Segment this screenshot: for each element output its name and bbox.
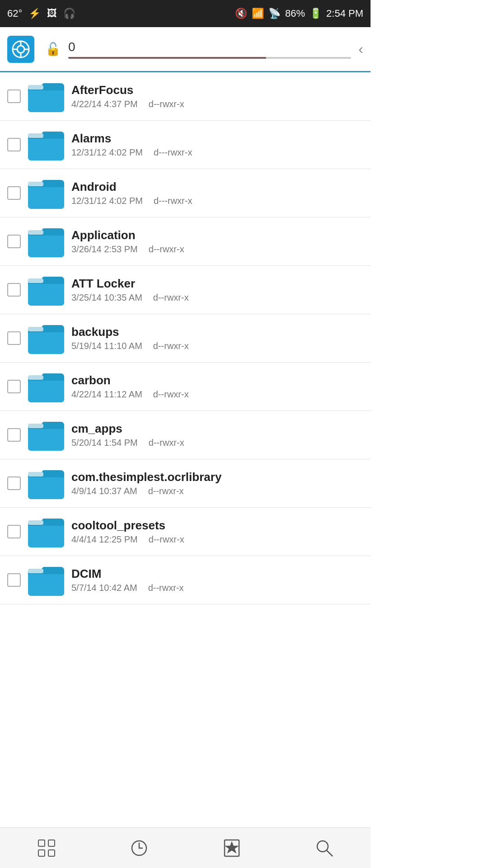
list-item[interactable]: Android 12/31/12 4:02 PM d---rwxr-x [0, 169, 371, 217]
file-info: carbon 4/22/14 11:12 AM d--rwxr-x [71, 373, 363, 400]
svg-rect-19 [38, 850, 45, 856]
checkbox-dcim[interactable] [7, 573, 21, 587]
favorites-nav-button[interactable] [214, 830, 250, 866]
file-info: com.thesimplest.ocrlibrary 4/9/14 10:37 … [71, 470, 363, 496]
headphones-icon: 🎧 [63, 8, 75, 19]
list-item[interactable]: Alarms 12/31/12 4:02 PM d---rwxr-x [0, 121, 371, 169]
file-date: 12/31/12 4:02 PM [71, 147, 143, 158]
file-meta: 12/31/12 4:02 PM d---rwxr-x [71, 196, 363, 206]
list-item[interactable]: AfterFocus 4/22/14 4:37 PM d--rwxr-x [0, 72, 371, 121]
checkbox-carbon[interactable] [7, 380, 21, 393]
file-info: Alarms 12/31/12 4:02 PM d---rwxr-x [71, 132, 363, 158]
svg-point-1 [17, 46, 24, 53]
status-bar: 62° ⚡ 🖼 🎧 🔇 📶 📡 86% 🔋 2:54 PM [0, 0, 371, 27]
file-info: Application 3/26/14 2:53 PM d--rwxr-x [71, 228, 363, 255]
file-name: DCIM [71, 567, 363, 581]
back-button[interactable]: ‹ [358, 41, 363, 57]
checkbox-att-locker[interactable] [7, 283, 21, 297]
svg-rect-12 [28, 375, 43, 380]
list-item[interactable]: cm_apps 5/20/14 1:54 PM d--rwxr-x [0, 411, 371, 459]
file-perms: d---rwxr-x [154, 147, 192, 158]
file-info: AfterFocus 4/22/14 4:37 PM d--rwxr-x [71, 83, 363, 109]
folder-icon [28, 516, 64, 547]
list-item[interactable]: DCIM 5/7/14 10:42 AM d--rwxr-x [0, 556, 371, 604]
grid-nav-button[interactable] [28, 830, 65, 866]
file-meta: 4/4/14 12:25 PM d--rwxr-x [71, 534, 363, 545]
svg-rect-6 [28, 85, 43, 90]
wifi-icon: 📶 [252, 8, 264, 19]
svg-rect-18 [48, 840, 55, 846]
top-bar: 🔓 0 ‹ [0, 27, 371, 72]
file-perms: d--rwxr-x [148, 583, 184, 593]
file-name: Alarms [71, 132, 363, 146]
list-item[interactable]: ATT Locker 3/25/14 10:35 AM d--rwxr-x [0, 266, 371, 314]
file-perms: d---rwxr-x [154, 196, 192, 206]
file-perms: d--rwxr-x [148, 486, 184, 496]
progress-number: 0 [68, 40, 351, 54]
list-item[interactable]: backups 5/19/14 11:10 AM d--rwxr-x [0, 314, 371, 363]
folder-icon [28, 226, 64, 257]
folder-icon [28, 371, 64, 402]
checkbox-alarms[interactable] [7, 138, 21, 151]
svg-rect-15 [28, 520, 43, 525]
svg-rect-16 [28, 569, 43, 573]
file-date: 3/26/14 2:53 PM [71, 244, 138, 255]
file-meta: 3/25/14 10:35 AM d--rwxr-x [71, 292, 363, 303]
checkbox-android[interactable] [7, 186, 21, 200]
svg-point-24 [317, 841, 328, 852]
file-perms: d--rwxr-x [153, 292, 189, 303]
list-item[interactable]: com.thesimplest.ocrlibrary 4/9/14 10:37 … [0, 459, 371, 508]
file-name: backups [71, 325, 363, 339]
app-icon [7, 36, 34, 63]
checkbox-application[interactable] [7, 235, 21, 248]
file-perms: d--rwxr-x [149, 99, 184, 109]
file-name: Application [71, 228, 363, 242]
file-name: Android [71, 180, 363, 194]
svg-rect-9 [28, 230, 43, 235]
file-meta: 5/19/14 11:10 AM d--rwxr-x [71, 341, 363, 351]
status-right: 🔇 📶 📡 86% 🔋 2:54 PM [235, 8, 363, 19]
checkbox-cm-apps[interactable] [7, 428, 21, 442]
file-date: 4/22/14 11:12 AM [71, 389, 142, 400]
file-meta: 4/22/14 11:12 AM d--rwxr-x [71, 389, 363, 400]
file-meta: 4/9/14 10:37 AM d--rwxr-x [71, 486, 363, 496]
svg-marker-23 [226, 843, 237, 852]
file-name: carbon [71, 373, 363, 387]
usb-icon: ⚡ [28, 8, 41, 19]
checkbox-backups[interactable] [7, 331, 21, 345]
time: 2:54 PM [326, 8, 363, 19]
folder-icon [28, 274, 64, 306]
file-info: cooltool_presets 4/4/14 12:25 PM d--rwxr… [71, 519, 363, 545]
folder-icon [28, 177, 64, 209]
file-date: 4/22/14 4:37 PM [71, 99, 138, 109]
file-date: 12/31/12 4:02 PM [71, 196, 143, 206]
svg-line-25 [327, 850, 333, 856]
svg-rect-8 [28, 182, 43, 186]
folder-icon [28, 129, 64, 160]
file-list: AfterFocus 4/22/14 4:37 PM d--rwxr-x Ala… [0, 72, 371, 827]
file-name: cm_apps [71, 422, 363, 436]
file-date: 5/19/14 11:10 AM [71, 341, 142, 351]
checkbox-ocrlibrary[interactable] [7, 476, 21, 490]
file-name: com.thesimplest.ocrlibrary [71, 470, 363, 484]
list-item[interactable]: carbon 4/22/14 11:12 AM d--rwxr-x [0, 363, 371, 411]
file-date: 5/20/14 1:54 PM [71, 438, 138, 448]
mute-icon: 🔇 [235, 8, 247, 19]
file-date: 3/25/14 10:35 AM [71, 292, 142, 303]
history-nav-button[interactable] [121, 830, 157, 866]
search-nav-button[interactable] [306, 830, 343, 866]
checkbox-afterfocus[interactable] [7, 90, 21, 103]
temperature: 62° [7, 8, 22, 19]
progress-bar-track [68, 57, 351, 59]
svg-rect-11 [28, 327, 43, 331]
file-meta: 12/31/12 4:02 PM d---rwxr-x [71, 147, 363, 158]
file-name: ATT Locker [71, 277, 363, 291]
list-item[interactable]: Application 3/26/14 2:53 PM d--rwxr-x [0, 217, 371, 266]
file-info: ATT Locker 3/25/14 10:35 AM d--rwxr-x [71, 277, 363, 303]
checkbox-cooltool[interactable] [7, 525, 21, 538]
list-item[interactable]: cooltool_presets 4/4/14 12:25 PM d--rwxr… [0, 508, 371, 556]
svg-rect-14 [28, 472, 43, 476]
file-name: cooltool_presets [71, 519, 363, 533]
folder-icon [28, 564, 64, 596]
file-info: DCIM 5/7/14 10:42 AM d--rwxr-x [71, 567, 363, 593]
